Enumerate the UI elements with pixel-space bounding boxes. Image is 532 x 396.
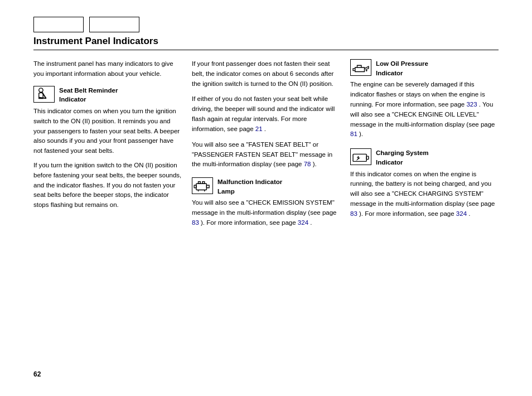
malfunction-indicator: Malfunction Indicator Lamp You will also…	[192, 177, 340, 228]
svg-rect-12	[366, 156, 369, 160]
link-page78[interactable]: 78	[304, 161, 311, 167]
seatbelt-icon	[33, 86, 55, 103]
page-number: 62	[33, 370, 41, 378]
charging-header: Charging System Indicator	[350, 148, 499, 167]
col2-intro2: If either of you do not fasten your seat…	[192, 94, 340, 134]
oilcan-icon	[350, 59, 371, 76]
seatbelt-indicator: Seat Belt Reminder Indicator This indica…	[33, 86, 182, 210]
link-page81[interactable]: 81	[350, 131, 357, 137]
oilpressure-body: The engine can be severely damaged if th…	[350, 80, 499, 139]
content-columns: The instrument panel has many indicators…	[33, 59, 499, 236]
column-3: Low Oil Pressure Indicator The engine ca…	[350, 59, 499, 236]
svg-rect-4	[194, 185, 196, 188]
malfunction-header: Malfunction Indicator Lamp	[192, 177, 340, 196]
header-rect-2	[89, 17, 139, 32]
link-page83-col2[interactable]: 83	[192, 219, 199, 226]
seatbelt-header: Seat Belt Reminder Indicator	[33, 86, 182, 104]
charging-title: Charging System Indicator	[376, 148, 429, 167]
svg-point-10	[366, 70, 367, 71]
svg-rect-3	[196, 183, 207, 190]
svg-point-0	[39, 88, 43, 91]
malfunction-body: You will also see a "CHECK EMISSION SYST…	[192, 198, 340, 228]
svg-rect-7	[206, 185, 209, 188]
header-rect-1	[33, 17, 84, 32]
link-page324-col3[interactable]: 324	[456, 210, 467, 217]
oilpressure-header: Low Oil Pressure Indicator	[350, 59, 499, 78]
page-title: Instrument Panel Indicators	[33, 36, 499, 50]
column-2: If your front passenger does not fasten …	[192, 59, 350, 236]
malfunction-title: Malfunction Indicator Lamp	[217, 177, 282, 196]
page-container: Instrument Panel Indicators The instrume…	[0, 0, 532, 396]
col2-intro3: You will also see a "FASTEN SEAT BELT" o…	[192, 140, 340, 170]
col2-intro: If your front passenger does not fasten …	[192, 59, 340, 89]
oilpressure-indicator: Low Oil Pressure Indicator The engine ca…	[350, 59, 499, 139]
link-page83-col3[interactable]: 83	[350, 210, 357, 217]
header-rects	[33, 17, 499, 32]
svg-rect-6	[202, 182, 205, 184]
battery-icon	[350, 148, 371, 165]
seatbelt-body2: If you turn the ignition switch to the O…	[33, 161, 182, 210]
charging-body: If this indicator comes on when the engi…	[350, 170, 499, 219]
link-page21[interactable]: 21	[255, 125, 263, 132]
engine-icon	[192, 177, 213, 194]
col1-intro: The instrument panel has many indicators…	[33, 59, 182, 79]
seatbelt-body1: This indicator comes on when you turn th…	[33, 107, 182, 156]
oilpressure-title: Low Oil Pressure Indicator	[376, 59, 428, 78]
column-1: The instrument panel has many indicators…	[33, 59, 192, 236]
link-page323[interactable]: 323	[466, 101, 477, 108]
svg-rect-5	[199, 182, 201, 184]
link-page324-col2[interactable]: 324	[298, 219, 308, 226]
seatbelt-title: Seat Belt Reminder Indicator	[59, 86, 118, 104]
charging-indicator: Charging System Indicator If this indica…	[350, 148, 499, 219]
